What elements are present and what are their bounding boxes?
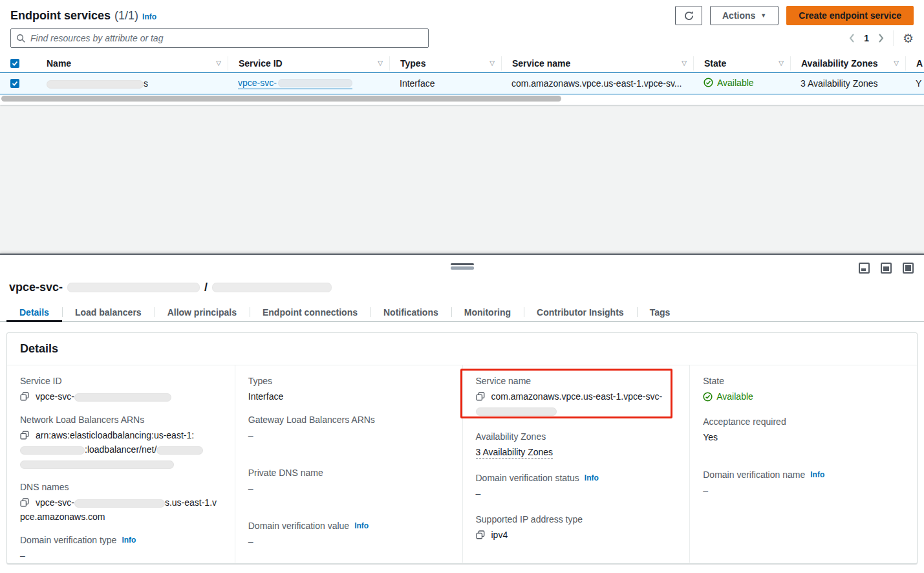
- copy-icon[interactable]: [476, 530, 485, 539]
- column-header-types[interactable]: Types▽: [389, 56, 501, 70]
- redacted-text: [212, 283, 332, 292]
- field-availability-zones: Availability Zones 3 Availability Zones: [476, 431, 676, 459]
- redacted-text: [20, 460, 174, 469]
- search-input[interactable]: [30, 33, 423, 43]
- refresh-icon: [683, 10, 694, 21]
- redacted-text: [278, 79, 352, 87]
- header-actions: Actions ▼ Create endpoint service: [675, 6, 914, 25]
- row-service-name-cell: com.amazonaws.vpce.us-east-1.vpce-sv...: [501, 78, 693, 89]
- previous-page-button[interactable]: [849, 34, 855, 43]
- copy-icon[interactable]: [20, 498, 29, 507]
- sort-icon: ▽: [779, 59, 784, 67]
- copy-icon[interactable]: [476, 392, 485, 401]
- row-checkbox[interactable]: [10, 79, 19, 88]
- search-icon: [16, 34, 26, 43]
- panel-size-large-icon[interactable]: [903, 263, 914, 274]
- column-header-service-id[interactable]: Service ID▽: [228, 56, 389, 70]
- check-circle-icon: [704, 78, 713, 87]
- table-header-row: Name▽ Service ID▽ Types▽ Service name▽ S…: [0, 54, 924, 72]
- details-column-2: Types Interface Gateway Load Balancers A…: [235, 365, 462, 563]
- column-header-acceptance[interactable]: A: [905, 56, 924, 70]
- sort-icon: ▽: [894, 59, 899, 67]
- panel-layout-controls: [859, 263, 914, 274]
- create-endpoint-service-button[interactable]: Create endpoint service: [786, 6, 914, 25]
- field-acceptance-required: Acceptance required Yes: [703, 416, 903, 444]
- field-private-dns-name: Private DNS name –: [248, 468, 448, 495]
- availability-zones-popover-link[interactable]: 3 Availability Zones: [800, 78, 878, 89]
- tab-endpoint-connections[interactable]: Endpoint connections: [250, 303, 371, 321]
- page-header: Endpoint services (1/1) Info Actions ▼ C…: [10, 5, 914, 26]
- redacted-text: [476, 407, 557, 416]
- info-link[interactable]: Info: [354, 521, 369, 530]
- details-column-4: State Available Acceptance required: [689, 365, 917, 563]
- endpoint-services-table: Name▽ Service ID▽ Types▽ Service name▽ S…: [0, 54, 924, 94]
- column-header-state[interactable]: State▽: [693, 56, 790, 70]
- actions-button[interactable]: Actions ▼: [710, 6, 779, 25]
- table-row[interactable]: s vpce-svc- Interface com.amazonaws.vpce…: [0, 72, 924, 94]
- horizontal-scrollbar[interactable]: [1, 96, 561, 102]
- details-card-heading: Details: [7, 333, 917, 365]
- row-service-id-cell: vpce-svc-: [228, 78, 389, 89]
- page-background: [0, 105, 924, 254]
- field-types: Types Interface: [248, 376, 448, 404]
- panel-resize-handle[interactable]: [451, 263, 474, 270]
- details-column-3: Service name com.amazonaws.vpce.us-east-…: [462, 365, 690, 563]
- field-service-name: Service name com.amazonaws.vpce.us-east-…: [476, 376, 676, 418]
- search-box: [10, 28, 429, 48]
- column-header-name[interactable]: Name▽: [36, 56, 228, 70]
- details-column-1: Service ID vpce-svc- Network Load Balanc…: [7, 365, 235, 563]
- field-domain-verification-type: Domain verification typeInfo –: [20, 535, 220, 563]
- tab-load-balancers[interactable]: Load balancers: [62, 303, 155, 321]
- redacted-text: [156, 446, 203, 455]
- redacted-text: [47, 80, 144, 89]
- details-card-body: Service ID vpce-svc- Network Load Balanc…: [7, 365, 917, 563]
- tab-tags[interactable]: Tags: [637, 303, 683, 321]
- tab-details[interactable]: Details: [6, 303, 62, 321]
- refresh-button[interactable]: [675, 6, 702, 25]
- create-button-label: Create endpoint service: [799, 10, 901, 21]
- page-title-text: Endpoint services: [10, 9, 111, 23]
- current-page-number[interactable]: 1: [864, 33, 869, 43]
- caret-down-icon: ▼: [760, 12, 766, 19]
- row-select-cell: [0, 79, 36, 88]
- field-supported-ip-address-type: Supported IP address type ipv4: [476, 514, 676, 542]
- copy-icon[interactable]: [20, 431, 29, 440]
- tab-monitoring[interactable]: Monitoring: [451, 303, 524, 321]
- info-link[interactable]: Info: [122, 535, 136, 545]
- sort-icon: ▽: [489, 59, 495, 67]
- row-availability-zones-cell: 3 Availability Zones: [790, 78, 905, 89]
- details-card: Details Service ID vpce-svc- Network Loa…: [6, 332, 918, 564]
- panel-size-small-icon[interactable]: [859, 263, 870, 274]
- redacted-text: [67, 283, 200, 292]
- endpoint-services-list-card: Endpoint services (1/1) Info Actions ▼ C…: [0, 0, 924, 105]
- tab-allow-principals[interactable]: Allow principals: [155, 303, 250, 321]
- column-header-service-name[interactable]: Service name▽: [501, 56, 693, 70]
- pagination: 1 ⚙: [849, 28, 914, 48]
- info-link[interactable]: Info: [810, 470, 824, 479]
- column-header-availability-zones[interactable]: Availability Zones▽: [790, 56, 905, 70]
- field-gwlb-arns: Gateway Load Balancers ARNs –: [248, 415, 448, 442]
- field-domain-verification-value: Domain verification valueInfo –: [248, 521, 448, 548]
- field-domain-verification-name: Domain verification nameInfo –: [703, 470, 903, 497]
- preferences-gear-icon[interactable]: ⚙: [903, 32, 914, 45]
- field-dns-names: DNS names vpce-svc-s.us-east-1.vpce.amaz…: [20, 482, 220, 524]
- actions-button-label: Actions: [722, 10, 755, 21]
- select-all-cell: [0, 56, 36, 70]
- service-id-link[interactable]: vpce-svc-: [238, 78, 352, 89]
- select-all-checkbox[interactable]: [10, 59, 19, 68]
- field-service-id: Service ID vpce-svc-: [20, 376, 220, 404]
- tab-contributor-insights[interactable]: Contributor Insights: [524, 303, 637, 321]
- page-title: Endpoint services (1/1) Info: [10, 9, 156, 23]
- next-page-button[interactable]: [878, 34, 884, 43]
- toolbar-divider: [893, 30, 894, 46]
- row-state-cell: Available: [693, 78, 790, 90]
- row-name-cell: s: [36, 78, 228, 89]
- copy-icon[interactable]: [20, 392, 29, 401]
- sort-icon: ▽: [682, 59, 687, 67]
- panel-size-medium-icon[interactable]: [881, 263, 892, 274]
- panel-title: vpce-svc- /: [9, 281, 332, 294]
- tab-notifications[interactable]: Notifications: [371, 303, 451, 321]
- availability-zones-popover-link[interactable]: 3 Availability Zones: [476, 447, 553, 459]
- info-link[interactable]: Info: [142, 12, 156, 21]
- info-link[interactable]: Info: [585, 473, 599, 482]
